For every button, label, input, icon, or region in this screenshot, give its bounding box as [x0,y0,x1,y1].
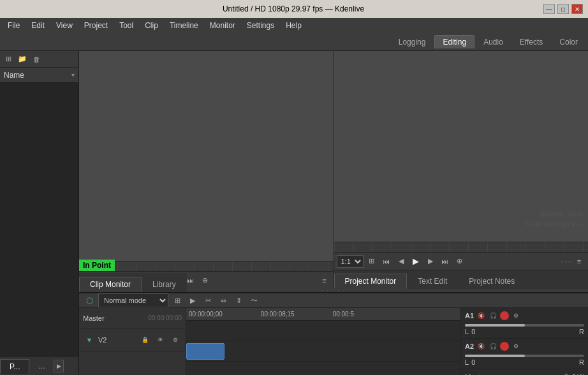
tab-logging[interactable]: Logging [391,36,434,48]
a1-level-row: L 0 R [465,328,584,335]
project-monitor-video: Activate Wind Go to Settings to a [334,51,589,242]
timeline-wave-button[interactable]: 〜 [247,294,260,307]
menu-timeline[interactable]: Timeline [165,20,203,31]
clip-monitor-zoom-fit-button[interactable]: ⊕ [198,274,211,287]
tab-project-notes[interactable]: Project Notes [458,274,526,289]
menu-view[interactable]: View [51,20,78,31]
monitors-area: In Point 1:1 ⊞ ⏮ ◀ ▶ ▶ ⏭ ⊕ ≡ [79,51,588,289]
timeline-select-button[interactable]: ⬡ [83,294,96,307]
master-track-header: Master 00:00:00;00 [79,308,186,328]
a2-expand-button[interactable]: ⚙ [511,341,521,351]
add-clip-button[interactable]: ⊞ [3,54,14,65]
a1-expand-button[interactable]: ⚙ [511,311,521,321]
a2-label: A2 [465,342,474,350]
name-column-label: Name [4,71,24,80]
timeline-area: ⬡ Normal mode ⊞ ▶ ✂ ⇔ ⇕ 〜 Master [79,292,588,375]
timeline-ripple-button[interactable]: ⇔ [217,294,230,307]
a2-mute-button[interactable]: 🔇 [476,341,486,351]
project-monitor-zoom[interactable]: 1:1 [337,255,364,268]
timeline-mode-select[interactable]: Normal mode [98,293,168,307]
tab-effects[interactable]: Effects [512,36,550,48]
window-title: Untitled / HD 1080p 29.97 fps — Kdenlive [223,4,364,13]
add-folder-button[interactable]: 📁 [17,54,28,65]
video-clip[interactable] [186,343,224,360]
project-monitor-fwd-frame-button[interactable]: ⏭ [439,255,452,268]
minimize-button[interactable]: — [543,4,555,14]
a1-mute-button[interactable]: 🔇 [476,311,486,321]
tab-clip-monitor[interactable]: Clip Monitor [79,277,142,292]
a2-fader-fill [465,355,525,357]
center-area: In Point 1:1 ⊞ ⏮ ◀ ▶ ▶ ⏭ ⊕ ≡ [79,51,588,375]
restore-button[interactable]: □ [557,4,569,14]
a1-r-label: R [579,328,584,335]
project-monitor-play-button[interactable]: ▶ [409,255,422,268]
master-play-button[interactable]: ▶ [548,372,558,375]
tab-editing[interactable]: Editing [434,35,474,48]
timeline-extract-button[interactable]: ⇕ [232,294,245,307]
a2-record-button[interactable] [500,342,509,351]
project-bottom-tabs: P... ... ▶ [0,357,78,375]
menu-settings[interactable]: Settings [242,20,279,31]
v2-lock-button[interactable]: 🔒 [138,334,151,346]
menu-help[interactable]: Help [281,20,307,31]
audio-channel-a1: A1 🔇 🎧 ⚙ L 0 [461,308,588,339]
menu-clip[interactable]: Clip [140,20,163,31]
tab-color[interactable]: Color [552,36,585,48]
a2-r-label: R [579,358,584,366]
project-monitor-timebar[interactable] [334,242,589,252]
workspace-tabs: Logging Editing Audio Effects Color [0,33,588,51]
audio-channel-a2: A2 🔇 🎧 ⚙ L 0 [461,339,588,369]
tab-project-monitor[interactable]: Project Monitor [334,274,408,289]
v2-add-effect-button[interactable]: ⚙ [169,334,182,346]
menu-monitor[interactable]: Monitor [205,20,240,31]
tab-audio[interactable]: Audio [476,36,511,48]
project-monitor-back-frame-button[interactable]: ⏮ [380,255,393,268]
project-monitor-menu-button[interactable]: ≡ [573,255,585,268]
project-monitor-step-fwd-button[interactable]: ▶ [424,255,437,268]
project-monitor-zoom-fit-button[interactable]: ⊕ [453,255,466,268]
tab-library[interactable]: Library [142,277,187,292]
a1-headphone-button[interactable]: 🎧 [488,311,498,321]
menu-project[interactable]: Project [79,20,113,31]
panel-arrow-button[interactable]: ▶ [54,360,64,372]
a2-fader[interactable] [465,355,584,357]
master-track-area[interactable] [186,321,460,341]
menubar: File Edit View Project Tool Clip Timelin… [0,18,588,33]
a1-fader[interactable] [465,324,584,327]
project-name-header: Name ▾ [0,68,78,83]
v2-toggle-button[interactable]: ▼ [83,334,96,346]
name-sort-icon[interactable]: ▾ [71,71,75,78]
a1-label: A1 [465,312,474,320]
menu-file[interactable]: File [3,20,25,31]
v2-track-area[interactable] [186,341,460,362]
clip-monitor-timebar[interactable]: In Point [79,261,334,271]
headphone-icon: 🎧 [490,312,497,319]
timeline-main: Master 00:00:00;00 ▼ V2 🔒 👁 ⚙ [79,308,588,375]
project-tab-p[interactable]: P... [0,359,29,374]
timeline-group-button[interactable]: ⊞ [171,294,184,307]
activate-windows-watermark: Activate Wind Go to Settings to a [525,209,583,229]
a1-record-button[interactable] [500,311,509,320]
a1-l-label: L [465,328,469,335]
timeline-arrow-button[interactable]: ▶ [186,294,199,307]
clip-monitor-menu-button[interactable]: ≡ [318,274,331,287]
close-button[interactable]: ✕ [571,4,583,14]
project-monitor-step-back-button[interactable]: ◀ [395,255,408,268]
project-monitor-snapshot-button[interactable]: ⊞ [365,255,378,268]
v2-mute-button[interactable]: 👁 [154,334,166,346]
menu-tool[interactable]: Tool [114,20,138,31]
project-monitor-controls: 1:1 ⊞ ⏮ ◀ ▶ ▶ ⏭ ⊕ · · · ≡ [334,252,589,270]
timeline-ruler[interactable]: 00:00:00;00 00:00:08;15 00:00:5 [186,308,460,321]
tab-text-edit[interactable]: Text Edit [407,274,458,289]
a2-headphone-button[interactable]: 🎧 [488,341,498,351]
v2-track-label: V2 [98,336,107,344]
main-content: ⊞ 📁 🗑 Name ▾ P... ... ▶ [0,51,588,375]
project-tab-dots[interactable]: ... [29,359,54,373]
menu-edit[interactable]: Edit [26,20,50,31]
a1-fader-fill [465,324,525,327]
timeline-cut-button[interactable]: ✂ [202,294,214,307]
delete-clip-button[interactable]: 🗑 [31,54,42,65]
project-bin-panel: ⊞ 📁 🗑 Name ▾ P... ... ▶ [0,51,79,375]
master-vol-button[interactable]: 🔊 [560,372,570,375]
clip-monitor: In Point 1:1 ⊞ ⏮ ◀ ▶ ▶ ⏭ ⊕ ≡ [79,51,334,289]
